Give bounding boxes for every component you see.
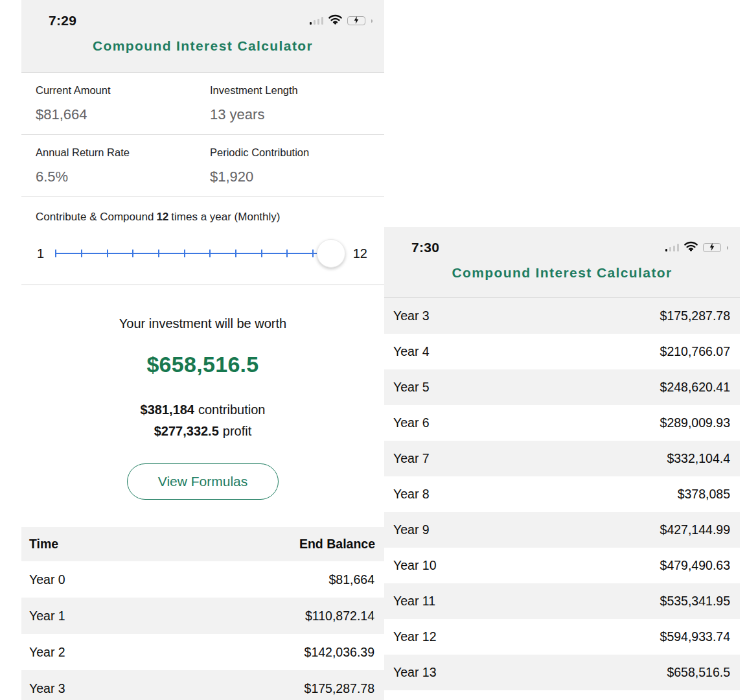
- investment-length-field[interactable]: Investment Length 13 years: [210, 84, 384, 123]
- row-balance: $210,766.07: [660, 344, 730, 359]
- table-row: Year 13 $658,516.5: [384, 655, 740, 690]
- clock-time: 7:30: [411, 240, 439, 255]
- profit-line: $277,332.5profit: [21, 421, 384, 442]
- battery-cap: [727, 246, 728, 250]
- table-row: Year 10 $479,490.63: [384, 548, 740, 583]
- row-balance: $658,516.5: [667, 665, 730, 680]
- result-section: Your investment will be worth $658,516.5…: [21, 285, 384, 500]
- slider-max-label: 12: [353, 246, 367, 261]
- page-title: Compound Interest Calculator: [21, 38, 384, 54]
- frequency-slider[interactable]: [56, 239, 339, 268]
- row-balance: $535,341.95: [660, 594, 730, 609]
- row-time: Year 8: [393, 487, 430, 502]
- balance-table: Time End Balance Year 0 $81,664 Year 1 $…: [21, 527, 384, 700]
- annual-return-label: Annual Return Rate: [36, 146, 210, 159]
- table-row: Year 9 $427,144.99: [384, 512, 740, 548]
- table-header: Time End Balance: [21, 527, 384, 561]
- row-time: Year 11: [393, 594, 435, 609]
- row-time: Year 5: [393, 380, 430, 395]
- row-balance: $289,009.93: [660, 415, 730, 430]
- result-total-value: $658,516.5: [21, 352, 384, 377]
- table-header-balance: End Balance: [299, 537, 375, 552]
- battery-charging-icon: [703, 243, 721, 252]
- current-amount-label: Current Amount: [36, 84, 210, 97]
- frequency-text-suffix: times a year (Monthly): [171, 211, 280, 223]
- current-amount-field[interactable]: Current Amount $81,664: [36, 84, 210, 123]
- contribution-amount: $381,184: [141, 402, 194, 417]
- page-title: Compound Interest Calculator: [384, 265, 740, 281]
- investment-length-label: Investment Length: [210, 84, 384, 97]
- row-time: Year 3: [29, 681, 65, 696]
- status-icons: [310, 14, 373, 27]
- periodic-contribution-label: Periodic Contribution: [210, 146, 384, 159]
- view-formulas-button[interactable]: View Formulas: [127, 463, 279, 500]
- profit-label: profit: [223, 424, 251, 438]
- row-time: Year 9: [393, 522, 430, 537]
- result-caption: Your investment will be worth: [21, 316, 384, 331]
- compound-frequency-text: Contribute & Compound12times a year (Mon…: [36, 211, 370, 224]
- slider-min-label: 1: [37, 246, 44, 261]
- row-time: Year 1: [29, 609, 65, 624]
- table-row: Year 6 $289,009.93: [384, 405, 740, 441]
- table-header-time: Time: [29, 537, 58, 552]
- calculator-screen-scrolled: 7:30: [384, 227, 740, 692]
- row-balance: $479,490.63: [660, 558, 730, 573]
- row-balance: $142,036.39: [305, 645, 374, 660]
- contribution-label: contribution: [198, 402, 265, 417]
- table-row: Year 3 $175,287.78: [384, 298, 740, 334]
- current-amount-value[interactable]: $81,664: [36, 106, 210, 123]
- annual-return-field[interactable]: Annual Return Rate 6.5%: [36, 146, 210, 185]
- row-time: Year 2: [29, 645, 65, 660]
- compound-frequency-section: Contribute & Compound12times a year (Mon…: [21, 197, 384, 285]
- battery-cap: [371, 19, 373, 23]
- slider-thumb[interactable]: [317, 239, 345, 268]
- cellular-signal-icon: [310, 17, 324, 25]
- status-icons: [665, 241, 729, 254]
- input-row-1: Current Amount $81,664 Investment Length…: [21, 73, 384, 135]
- contribution-line: $381,184contribution: [21, 399, 384, 421]
- profit-amount: $277,332.5: [154, 424, 219, 438]
- row-balance: $332,104.4: [667, 451, 730, 466]
- wifi-icon: [328, 14, 342, 27]
- table-row: Year 8 $378,085: [384, 476, 740, 512]
- row-balance: $175,287.78: [660, 309, 730, 323]
- row-time: Year 3: [393, 309, 430, 323]
- input-row-2: Annual Return Rate 6.5% Periodic Contrib…: [21, 135, 384, 197]
- wifi-icon: [684, 241, 698, 254]
- row-time: Year 10: [393, 558, 437, 573]
- battery-charging-icon: [347, 16, 365, 25]
- table-row: Year 1 $110,872.14: [21, 598, 384, 634]
- annual-return-value[interactable]: 6.5%: [36, 169, 210, 185]
- table-row: Year 5 $248,620.41: [384, 369, 740, 405]
- periodic-contribution-field[interactable]: Periodic Contribution $1,920: [210, 146, 384, 185]
- slider-track[interactable]: [56, 253, 339, 254]
- row-time: Year 13: [393, 665, 437, 680]
- table-row: Year 3 $175,287.78: [21, 670, 384, 700]
- row-time: Year 7: [393, 451, 430, 466]
- row-balance: $175,287.78: [305, 681, 374, 696]
- row-balance: $110,872.14: [305, 609, 374, 624]
- periodic-contribution-value[interactable]: $1,920: [210, 169, 384, 185]
- row-balance: $427,144.99: [660, 522, 730, 537]
- row-balance: $378,085: [678, 487, 730, 502]
- row-time: Year 6: [393, 415, 430, 430]
- cellular-signal-icon: [665, 244, 680, 251]
- row-time: Year 4: [393, 344, 430, 359]
- table-row: Year 2 $142,036.39: [21, 634, 384, 670]
- table-row: Year 7 $332,104.4: [384, 441, 740, 476]
- clock-time: 7:29: [49, 13, 76, 29]
- frequency-times-value: 12: [156, 211, 168, 223]
- row-time: Year 0: [29, 572, 65, 587]
- frequency-text-prefix: Contribute & Compound: [36, 211, 154, 223]
- table-row: Year 0 $81,664: [21, 561, 384, 598]
- row-balance: $81,664: [329, 572, 375, 587]
- calculator-screen: 7:29: [21, 0, 384, 700]
- balance-table: Year 3 $175,287.78 Year 4 $210,766.07 Ye…: [384, 298, 740, 690]
- status-header: 7:30: [384, 227, 740, 298]
- table-row: Year 4 $210,766.07: [384, 334, 740, 369]
- table-row: Year 11 $535,341.95: [384, 583, 740, 619]
- row-balance: $594,933.74: [660, 629, 730, 644]
- row-time: Year 12: [393, 629, 437, 644]
- investment-length-value[interactable]: 13 years: [210, 106, 384, 123]
- row-balance: $248,620.41: [660, 380, 730, 395]
